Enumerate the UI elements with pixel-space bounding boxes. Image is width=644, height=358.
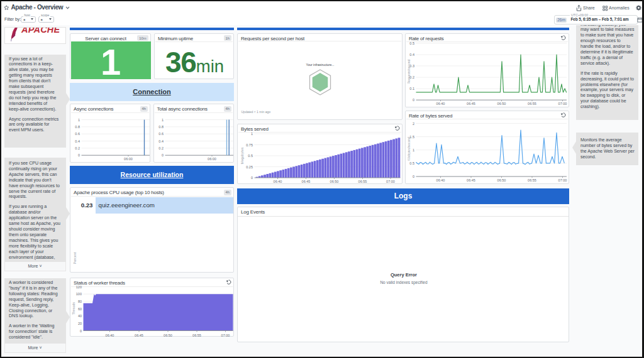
svg-text:0.4: 0.4 <box>75 139 80 143</box>
svg-text:07:00: 07:00 <box>558 101 567 105</box>
svg-text:80: 80 <box>78 300 82 303</box>
svg-text:06:45: 06:45 <box>302 179 311 183</box>
svg-text:1: 1 <box>161 118 163 122</box>
svg-text:0.1: 0.1 <box>409 87 414 90</box>
svg-text:0.2: 0.2 <box>75 146 80 150</box>
svg-text:07:00: 07:00 <box>558 178 567 182</box>
svg-text:0.25: 0.25 <box>246 165 253 168</box>
svg-text:0: 0 <box>80 329 82 333</box>
svg-text:0.6: 0.6 <box>75 132 80 136</box>
svg-text:0.5: 0.5 <box>409 161 414 165</box>
svg-text:0: 0 <box>251 176 253 180</box>
svg-text:0: 0 <box>413 98 414 102</box>
svg-text:06:45: 06:45 <box>467 101 475 105</box>
svg-text:06:55: 06:55 <box>528 178 536 182</box>
svg-text:0.8: 0.8 <box>158 125 164 129</box>
svg-text:06:40: 06:40 <box>106 334 114 337</box>
svg-text:0.8: 0.8 <box>75 125 80 129</box>
svg-text:0.2: 0.2 <box>158 146 164 150</box>
svg-text:1: 1 <box>251 132 253 136</box>
svg-text:06:55: 06:55 <box>358 179 367 183</box>
svg-text:06:50: 06:50 <box>330 179 339 183</box>
svg-text:Threads: Threads <box>72 302 75 315</box>
svg-text:06:45: 06:45 <box>467 178 475 182</box>
svg-text:06:50: 06:50 <box>497 178 506 182</box>
svg-text:06:00: 06:00 <box>208 157 216 161</box>
svg-text:06:55: 06:55 <box>528 101 536 105</box>
svg-text:0.5: 0.5 <box>248 154 253 158</box>
svg-text:06:40: 06:40 <box>436 178 445 182</box>
svg-text:40: 40 <box>78 314 82 318</box>
svg-text:0.6: 0.6 <box>158 132 164 136</box>
svg-text:60: 60 <box>78 307 82 311</box>
svg-text:Your infrastructure...: Your infrastructure... <box>306 63 335 67</box>
svg-text:0.75: 0.75 <box>246 143 253 146</box>
svg-text:06:00: 06:00 <box>124 157 133 161</box>
svg-text:1: 1 <box>413 148 414 151</box>
svg-text:2: 2 <box>413 121 414 125</box>
svg-text:Kilobytes/second: Kilobytes/second <box>407 136 411 160</box>
svg-text:07:00: 07:00 <box>386 179 395 183</box>
svg-text:Megabytes: Megabytes <box>240 147 244 164</box>
svg-text:06:40: 06:40 <box>436 101 445 105</box>
svg-text:0: 0 <box>78 153 80 157</box>
svg-text:0.4: 0.4 <box>409 53 414 57</box>
svg-text:0: 0 <box>413 175 414 178</box>
svg-text:0.4: 0.4 <box>158 139 164 143</box>
svg-text:20: 20 <box>78 322 82 325</box>
svg-text:Requests/second: Requests/second <box>407 59 411 84</box>
svg-text:APACHE: APACHE <box>21 27 60 35</box>
svg-text:06:40: 06:40 <box>274 179 282 183</box>
svg-text:120: 120 <box>76 285 82 289</box>
svg-text:06:50: 06:50 <box>164 334 172 337</box>
svg-text:06:55: 06:55 <box>192 334 201 337</box>
svg-text:1: 1 <box>78 118 80 122</box>
svg-text:06:50: 06:50 <box>497 101 506 105</box>
svg-text:06:45: 06:45 <box>135 334 143 337</box>
svg-text:0: 0 <box>161 153 163 157</box>
svg-text:100: 100 <box>76 292 82 296</box>
svg-text:0.5: 0.5 <box>409 41 414 45</box>
svg-text:07:00: 07:00 <box>221 334 230 337</box>
svg-text:Percent: Percent <box>73 252 77 264</box>
